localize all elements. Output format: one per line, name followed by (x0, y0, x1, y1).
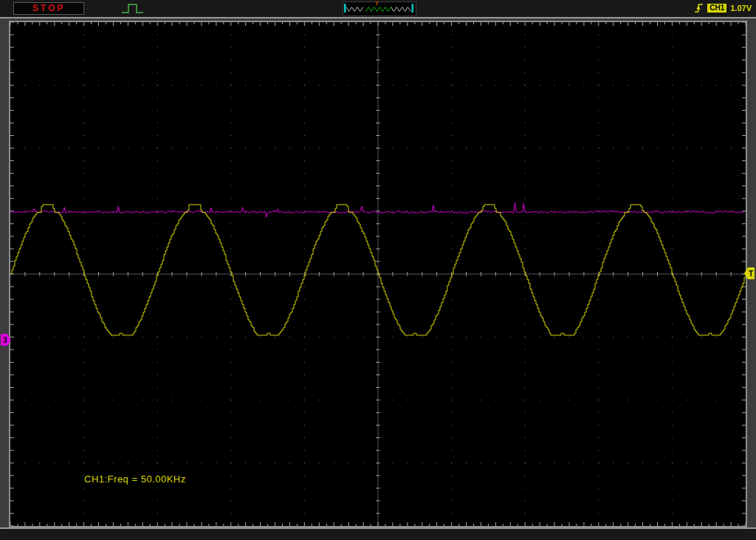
trigger-readout: CH1 1.07V (694, 2, 752, 14)
bottom-status-bar: CH1 1.00V CH3 1.00V Time: 10.00us (0, 529, 756, 540)
top-toolbar: STOP T CH1 1.07V (0, 0, 756, 18)
trigger-marker-label: T (749, 270, 753, 278)
oscilloscope-app: STOP T CH1 1.07V CH1:Freq = 50.00KHz 3 T (0, 0, 756, 540)
waveform-plot (10, 22, 746, 526)
ch3-marker-label: 3 (3, 336, 7, 344)
ch1-frequency-measurement: CH1:Freq = 50.00KHz (84, 474, 186, 485)
acquisition-stop-button[interactable]: STOP (13, 2, 84, 15)
trigger-pulse-type-icon[interactable] (120, 2, 145, 15)
ch3-position-marker[interactable]: 3 (1, 334, 12, 346)
preview-waveform-icon (343, 2, 414, 14)
trigger-source-badge[interactable]: CH1 (707, 4, 726, 13)
trigger-level-marker[interactable]: T (744, 267, 755, 279)
preview-trigger-position-label: T (375, 0, 379, 7)
horizontal-position-preview[interactable]: T (343, 1, 416, 16)
scope-display: CH1:Freq = 50.00KHz (10, 22, 746, 526)
trigger-edge-icon (694, 2, 704, 14)
trigger-level-value: 1.07V (730, 4, 752, 13)
